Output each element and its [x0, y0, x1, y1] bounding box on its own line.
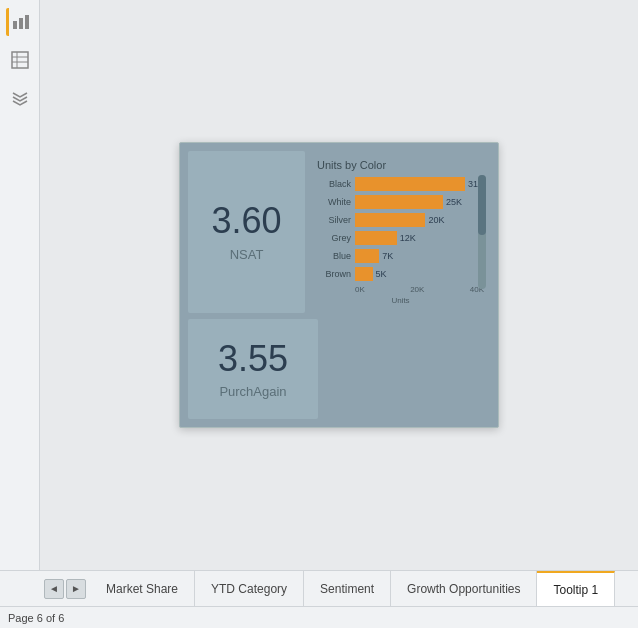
bar-chart-sidebar-icon[interactable]: [6, 8, 34, 36]
svg-rect-3: [12, 52, 28, 68]
svg-rect-2: [25, 15, 29, 29]
table-sidebar-icon[interactable]: [6, 46, 34, 74]
tab-prev-button[interactable]: ◄: [44, 579, 64, 599]
tab-item-tooltip-1[interactable]: Tooltip 1: [537, 571, 615, 606]
table-svg: [11, 51, 29, 69]
bar-container: 7K: [355, 249, 484, 263]
tab-next-button[interactable]: ►: [66, 579, 86, 599]
page-info: Page 6 of 6: [8, 612, 64, 624]
tab-navigation: ◄ ►: [40, 571, 90, 606]
bar-label: Blue: [317, 251, 351, 261]
layers-svg: [11, 89, 29, 107]
bar-label: White: [317, 197, 351, 207]
bar-fill: [355, 231, 397, 245]
bar-row: Blue7K: [317, 249, 484, 263]
bar-value-label: 5K: [376, 269, 387, 279]
bar-fill: [355, 195, 443, 209]
svg-rect-0: [13, 21, 17, 29]
units-by-color-chart: Units by Color Black31KWhite25KSilver20K…: [311, 151, 490, 313]
axis-title: Units: [317, 296, 484, 305]
purchagain-value: 3.55: [218, 339, 288, 379]
bar-label: Black: [317, 179, 351, 189]
bar-row: Black31K: [317, 177, 484, 191]
bar-value-label: 25K: [446, 197, 462, 207]
axis-area: 0K 20K 40K: [317, 285, 484, 294]
svg-rect-1: [19, 18, 23, 29]
purchagain-kpi-box: 3.55 PurchAgain: [188, 319, 318, 420]
bar-chart-svg: [12, 13, 30, 31]
bar-fill: [355, 267, 373, 281]
content-area: 3.60 NSAT Units by Color Black31KWhite25…: [40, 0, 638, 570]
bar-fill: [355, 177, 465, 191]
bar-label: Brown: [317, 269, 351, 279]
bar-value-label: 7K: [382, 251, 393, 261]
axis-label-20: 20K: [410, 285, 424, 294]
tab-item-market-share[interactable]: Market Share: [90, 571, 195, 606]
tab-list: Market ShareYTD CategorySentimentGrowth …: [90, 571, 615, 606]
bar-container: 12K: [355, 231, 484, 245]
bar-label: Silver: [317, 215, 351, 225]
tab-item-growth-opportunities[interactable]: Growth Opportunities: [391, 571, 537, 606]
bar-row: White25K: [317, 195, 484, 209]
bar-container: 5K: [355, 267, 484, 281]
status-bar: Page 6 of 6: [0, 606, 638, 628]
nsat-value: 3.60: [211, 201, 281, 241]
tooltip-top-row: 3.60 NSAT Units by Color Black31KWhite25…: [188, 151, 490, 313]
chart-title: Units by Color: [317, 159, 484, 171]
bar-value-label: 12K: [400, 233, 416, 243]
chart-scrollbar[interactable]: [478, 175, 486, 289]
purchagain-label: PurchAgain: [219, 384, 286, 399]
main-area: 3.60 NSAT Units by Color Black31KWhite25…: [0, 0, 638, 570]
axis-label-0: 0K: [355, 285, 365, 294]
tab-bar: ◄ ► Market ShareYTD CategorySentimentGro…: [0, 570, 638, 606]
bar-fill: [355, 249, 379, 263]
tab-item-ytd-category[interactable]: YTD Category: [195, 571, 304, 606]
bar-container: 25K: [355, 195, 484, 209]
tooltip-card: 3.60 NSAT Units by Color Black31KWhite25…: [179, 142, 499, 429]
bar-fill: [355, 213, 425, 227]
layers-sidebar-icon[interactable]: [6, 84, 34, 112]
bar-chart-rows: Black31KWhite25KSilver20KGrey12KBlue7KBr…: [317, 177, 484, 281]
sidebar: [0, 0, 40, 570]
nsat-label: NSAT: [230, 247, 264, 262]
chart-scrollbar-thumb: [478, 175, 486, 235]
bar-container: 31K: [355, 177, 484, 191]
bar-label: Grey: [317, 233, 351, 243]
bar-row: Brown5K: [317, 267, 484, 281]
tab-item-sentiment[interactable]: Sentiment: [304, 571, 391, 606]
bar-row: Silver20K: [317, 213, 484, 227]
bar-value-label: 20K: [428, 215, 444, 225]
bar-row: Grey12K: [317, 231, 484, 245]
bar-container: 20K: [355, 213, 484, 227]
nsat-kpi-box: 3.60 NSAT: [188, 151, 305, 313]
tooltip-bottom-row: 3.55 PurchAgain: [188, 319, 490, 420]
